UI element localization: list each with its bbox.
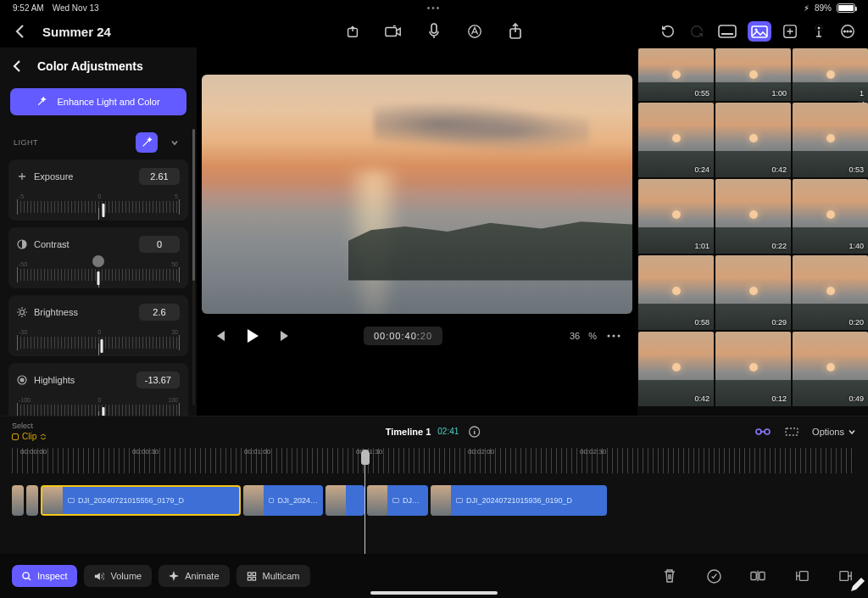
- media-thumb[interactable]: 0:42: [638, 332, 714, 406]
- more-icon[interactable]: [837, 21, 858, 42]
- battery-percent: 89%: [815, 3, 832, 13]
- svg-point-23: [612, 335, 615, 338]
- status-bar: 9:52 AM Wed Nov 13 ••• ⚡︎ 89%: [0, 0, 868, 15]
- svg-point-15: [850, 31, 852, 32]
- multicam-button[interactable]: Multicam: [236, 565, 310, 587]
- timeline-clip[interactable]: DJI_20240721015556_0179_D: [41, 485, 241, 516]
- media-thumb[interactable]: 1:01: [638, 179, 714, 254]
- media-thumb[interactable]: 1:40: [793, 179, 868, 254]
- playhead[interactable]: [364, 451, 365, 567]
- camera-icon[interactable]: [383, 21, 403, 42]
- video-preview[interactable]: [202, 75, 632, 314]
- media-thumb[interactable]: 0:58: [638, 255, 714, 330]
- redo-icon[interactable]: [687, 21, 707, 42]
- trim-start-button[interactable]: [792, 566, 812, 586]
- media-thumb[interactable]: 0:20: [793, 255, 868, 330]
- exposure-slider[interactable]: -505: [17, 193, 180, 215]
- prev-frame-button[interactable]: [212, 327, 229, 344]
- thumb-duration: 0:42: [771, 165, 787, 174]
- panel-back-button[interactable]: [7, 56, 27, 76]
- timeline: Select Clip Timeline 1 02:41 Options 00:…: [0, 416, 868, 573]
- enhance-label: Enhance Light and Color: [57, 97, 159, 107]
- snap-button[interactable]: [754, 423, 771, 440]
- photo-library-icon[interactable]: [748, 21, 771, 42]
- captions-icon[interactable]: [715, 21, 739, 42]
- timeline-options-button[interactable]: Options: [812, 427, 856, 437]
- contrast-icon: [17, 239, 27, 249]
- contrast-slider[interactable]: -50050: [17, 261, 180, 283]
- scroll-indicator[interactable]: [192, 129, 195, 405]
- import-icon[interactable]: [342, 21, 363, 42]
- enable-button[interactable]: [704, 566, 724, 586]
- contrast-label: Contrast: [34, 239, 70, 249]
- color-adjustments-panel: Color Adjustments Enhance Light and Colo…: [0, 48, 197, 416]
- svg-rect-28: [786, 428, 798, 435]
- media-thumb[interactable]: 0:53: [793, 103, 868, 177]
- text-icon[interactable]: [465, 21, 485, 42]
- enhance-button[interactable]: Enhance Light and Color: [10, 88, 186, 115]
- delete-button[interactable]: [659, 566, 680, 586]
- split-button[interactable]: [748, 566, 768, 586]
- video-track[interactable]: DJI_20240721015556_0179_DDJI_2024…DJ…DJI…: [0, 473, 868, 516]
- ruler-tick-label: 00:02:00: [468, 448, 494, 455]
- clip-chip[interactable]: Clip: [12, 432, 47, 441]
- svg-point-11: [818, 27, 821, 30]
- highlights-slider[interactable]: -1000100: [17, 397, 180, 416]
- timeline-info-button[interactable]: [465, 423, 482, 440]
- media-thumb[interactable]: 1: [793, 48, 868, 101]
- volume-button[interactable]: Volume: [84, 565, 152, 587]
- zoom-value[interactable]: 36: [570, 331, 580, 341]
- highlights-value[interactable]: -13.67: [136, 372, 180, 388]
- timeline-clip[interactable]: DJI_20240721015936_0190_D: [431, 485, 607, 516]
- svg-point-17: [20, 310, 25, 315]
- media-thumb[interactable]: 0:55: [638, 48, 714, 101]
- media-thumb[interactable]: 0:22: [715, 179, 791, 254]
- home-indicator[interactable]: [370, 591, 498, 595]
- media-thumb[interactable]: 0:42: [715, 103, 791, 177]
- exposure-value[interactable]: 2.61: [139, 168, 180, 185]
- svg-point-19: [20, 378, 24, 382]
- clip-label: DJI_20240721015556_0179_D: [63, 496, 189, 505]
- ruler-tick-label: 00:00:30: [132, 448, 159, 455]
- timecode-display[interactable]: 00:00:40:20: [364, 327, 442, 345]
- inspect-button[interactable]: Inspect: [12, 565, 77, 587]
- media-browser: 0:551:0010:240:420:531:010:221:400:580:2…: [637, 48, 868, 416]
- media-thumb[interactable]: 0:24: [638, 103, 714, 177]
- timeline-clip[interactable]: DJI_2024…: [243, 485, 323, 516]
- animate-button[interactable]: Animate: [159, 565, 229, 587]
- media-thumb[interactable]: 0:12: [715, 332, 791, 406]
- generators-icon[interactable]: [780, 21, 800, 42]
- brightness-slider[interactable]: -30030: [17, 329, 180, 351]
- section-expand-button[interactable]: [166, 134, 183, 151]
- auto-light-button[interactable]: [136, 132, 158, 153]
- timeline-clip[interactable]: [12, 485, 24, 516]
- svg-rect-32: [248, 577, 251, 580]
- highlights-adjustment: Highlights -13.67 -1000100: [8, 363, 188, 416]
- timeline-clip[interactable]: [26, 485, 38, 516]
- history-icon[interactable]: [658, 21, 678, 42]
- next-frame-button[interactable]: [276, 327, 293, 344]
- panel-title: Color Adjustments: [37, 59, 143, 73]
- animate-icon: [169, 571, 179, 581]
- media-thumb[interactable]: 0:49: [793, 332, 868, 406]
- range-button[interactable]: [783, 423, 800, 440]
- clip-label: DJI_2024…: [264, 496, 323, 505]
- microphone-icon[interactable]: [424, 21, 444, 42]
- media-thumb[interactable]: 0:29: [715, 255, 791, 330]
- play-button[interactable]: [242, 326, 263, 346]
- clip-label: DJI_20240721015936_0190_D: [451, 496, 577, 505]
- brightness-value[interactable]: 2.6: [139, 304, 180, 321]
- media-thumb[interactable]: 1:00: [715, 48, 791, 101]
- playback-more-button[interactable]: [605, 327, 622, 344]
- svg-rect-33: [252, 577, 255, 580]
- audio-icon[interactable]: [809, 21, 829, 42]
- back-button[interactable]: [10, 21, 31, 42]
- thumb-duration: 0:53: [849, 165, 864, 174]
- timeline-clip[interactable]: DJ…: [367, 485, 428, 516]
- timeline-clip[interactable]: [326, 485, 364, 516]
- svg-point-24: [617, 335, 620, 338]
- timeline-ruler[interactable]: 00:00:0000:00:3000:01:0000:01:3000:02:00…: [0, 448, 868, 473]
- markup-pencil-icon[interactable]: [849, 578, 865, 593]
- contrast-value[interactable]: 0: [139, 236, 180, 253]
- share-icon[interactable]: [505, 21, 526, 42]
